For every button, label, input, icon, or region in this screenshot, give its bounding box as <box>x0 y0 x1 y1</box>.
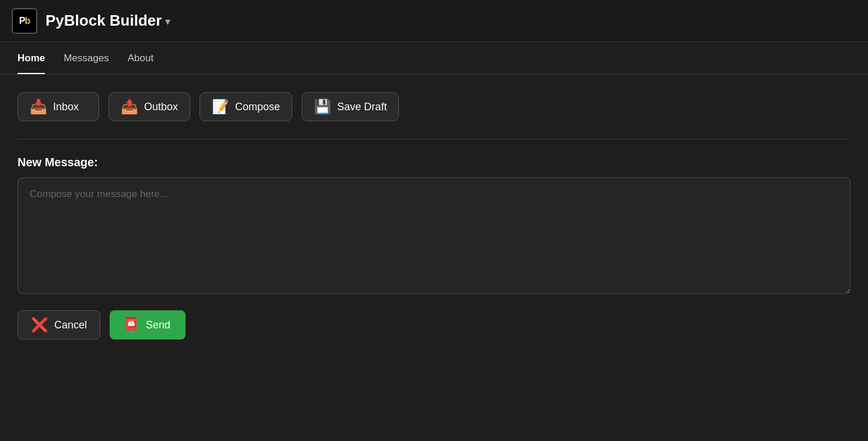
divider <box>18 139 850 139</box>
nav-label-home: Home <box>18 52 45 64</box>
nav-bar: Home Messages About <box>0 42 868 75</box>
save-draft-button[interactable]: 💾 Save Draft <box>302 92 399 121</box>
nav-item-home[interactable]: Home <box>18 42 54 74</box>
logo-text: Pb <box>19 16 30 26</box>
title-bar: Pb PyBlock Builder ▾ <box>0 0 868 42</box>
compose-label: Compose <box>235 101 280 113</box>
save-draft-label: Save Draft <box>337 101 387 113</box>
app-logo: Pb <box>12 8 37 34</box>
action-buttons: ❌ Cancel 📮 Send <box>18 310 850 340</box>
inbox-icon: 📥 <box>30 100 47 114</box>
outbox-icon: 📤 <box>121 100 138 114</box>
main-content: 📥 Inbox 📤 Outbox 📝 Compose 💾 Save Draft … <box>0 75 868 357</box>
compose-icon: 📝 <box>212 100 229 114</box>
message-input[interactable] <box>18 177 850 294</box>
inbox-button[interactable]: 📥 Inbox <box>18 92 99 121</box>
cancel-button[interactable]: ❌ Cancel <box>18 310 100 340</box>
nav-item-messages[interactable]: Messages <box>54 42 118 74</box>
cancel-label: Cancel <box>54 319 87 331</box>
nav-label-about: About <box>128 52 153 64</box>
send-icon: 📮 <box>123 318 140 332</box>
nav-label-messages: Messages <box>64 52 108 64</box>
chevron-down-icon[interactable]: ▾ <box>165 15 170 28</box>
outbox-button[interactable]: 📤 Outbox <box>108 92 190 121</box>
send-button[interactable]: 📮 Send <box>110 310 186 340</box>
new-message-label: New Message: <box>18 156 850 169</box>
nav-item-about[interactable]: About <box>118 42 163 74</box>
inbox-label: Inbox <box>53 101 79 113</box>
outbox-label: Outbox <box>144 101 178 113</box>
cancel-icon: ❌ <box>31 318 48 332</box>
toolbar: 📥 Inbox 📤 Outbox 📝 Compose 💾 Save Draft <box>18 92 850 121</box>
compose-button[interactable]: 📝 Compose <box>200 92 292 121</box>
send-label: Send <box>146 319 170 331</box>
save-draft-icon: 💾 <box>314 100 331 114</box>
app-title: PyBlock Builder <box>46 12 162 30</box>
